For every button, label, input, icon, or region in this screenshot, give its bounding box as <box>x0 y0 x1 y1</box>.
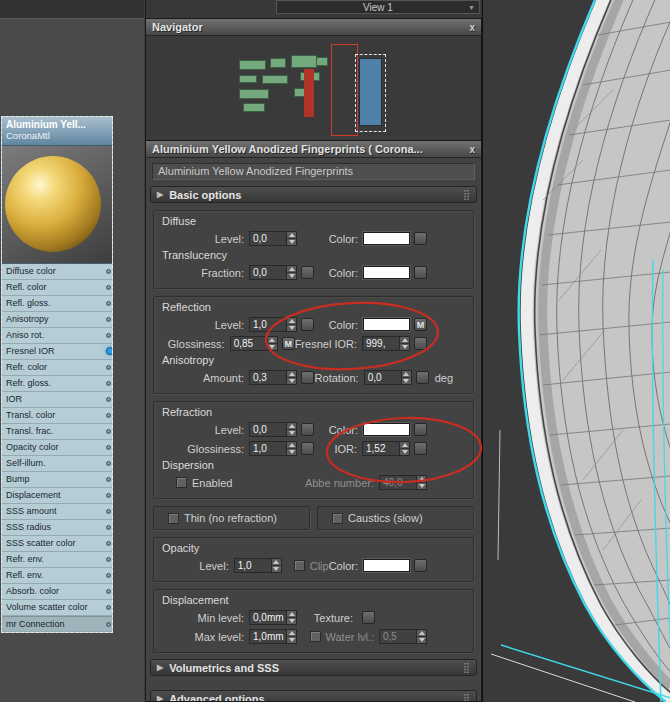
spinner-value[interactable]: 0,0 <box>364 370 401 385</box>
displacement-texture-map-button[interactable] <box>362 611 375 624</box>
slot-socket-icon[interactable] <box>106 509 111 514</box>
water-level-spinner[interactable]: 0,5 <box>379 629 427 644</box>
spinner-value[interactable]: 1,0 <box>234 558 271 573</box>
slot-socket-icon[interactable] <box>106 573 111 578</box>
navigator-titlebar[interactable]: Navigator x <box>146 19 481 36</box>
slot-row[interactable]: Opacity color <box>2 440 112 456</box>
clip-checkbox[interactable] <box>294 560 305 571</box>
slot-socket-icon[interactable] <box>106 541 111 546</box>
navigator-node-selected[interactable] <box>359 58 382 126</box>
slot-row-mr-connection[interactable]: mr Connection <box>2 616 112 632</box>
spinner-arrows-icon[interactable] <box>286 265 297 280</box>
slot-row[interactable]: Displacement <box>2 488 112 504</box>
slot-row[interactable]: Bump <box>2 472 112 488</box>
refraction-color-map-button[interactable] <box>414 423 427 436</box>
slot-row[interactable]: Volume scatter color <box>2 600 112 616</box>
translucency-color-map-button[interactable] <box>414 266 427 279</box>
spinner-value[interactable]: 40,0 <box>379 475 416 490</box>
spinner-arrows-icon[interactable] <box>271 558 282 573</box>
rollout-volumetrics[interactable]: ▶ Volumetrics and SSS ⣿ <box>150 659 477 676</box>
slot-row[interactable]: Refr. gloss. <box>2 376 112 392</box>
navigator-node[interactable] <box>239 60 266 70</box>
fresnel-ior-spinner[interactable]: 999, <box>362 336 410 351</box>
translucency-fraction-spinner[interactable]: 0,0 <box>249 265 297 280</box>
slot-row[interactable]: Absorb. color <box>2 584 112 600</box>
reflection-glossiness-map-button[interactable]: M <box>282 337 295 350</box>
slot-socket-icon[interactable] <box>106 461 111 466</box>
slot-socket-icon[interactable] <box>106 397 111 402</box>
slot-socket-icon[interactable] <box>106 285 111 290</box>
material-name-field[interactable]: Aluminium Yellow Anodized Fingerprints <box>152 163 475 180</box>
spinner-value[interactable]: 999, <box>362 336 399 351</box>
rollout-basic-options[interactable]: ▶ Basic options ⣿ <box>150 186 477 203</box>
slot-row[interactable]: Refr. env. <box>2 552 112 568</box>
slot-row[interactable]: Anisotropy <box>2 312 112 328</box>
slot-row[interactable]: Diffuse color <box>2 264 112 280</box>
translucency-color-swatch[interactable] <box>363 266 410 279</box>
translucency-fraction-map-button[interactable] <box>301 266 314 279</box>
displacement-max-spinner[interactable]: 1,0mm <box>249 629 297 644</box>
slot-socket-icon[interactable] <box>106 269 111 274</box>
spinner-value[interactable]: 1,0mm <box>249 629 286 644</box>
spinner-value[interactable]: 1,0 <box>249 441 286 456</box>
reflection-color-swatch[interactable] <box>363 318 410 331</box>
close-icon[interactable]: x <box>463 22 475 33</box>
slot-socket-icon[interactable] <box>106 445 111 450</box>
slot-row[interactable]: Refl. gloss. <box>2 296 112 312</box>
spinner-value[interactable]: 1,52 <box>362 441 399 456</box>
water-level-checkbox[interactable] <box>310 631 321 642</box>
navigator-view-rect[interactable] <box>331 44 358 136</box>
opacity-color-map-button[interactable] <box>414 559 427 572</box>
spinner-value[interactable]: 0,0 <box>249 422 286 437</box>
slot-socket-icon[interactable] <box>106 347 112 355</box>
material-panel-titlebar[interactable]: Aluminium Yellow Anodized Fingerprints (… <box>146 141 481 158</box>
spinner-arrows-icon[interactable] <box>399 336 410 351</box>
spinner-arrows-icon[interactable] <box>416 629 427 644</box>
slot-row[interactable]: SSS radius <box>2 520 112 536</box>
spinner-arrows-icon[interactable] <box>286 441 297 456</box>
slot-socket-icon[interactable] <box>106 365 111 370</box>
refraction-ior-map-button[interactable] <box>414 442 427 455</box>
thin-checkbox[interactable] <box>168 513 179 524</box>
slot-socket-icon[interactable] <box>106 333 111 338</box>
slate-editor-background[interactable]: Aluminium Yell... CoronaMtl Diffuse colo… <box>0 0 144 702</box>
refraction-ior-spinner[interactable]: 1,52 <box>362 441 410 456</box>
refraction-glossiness-spinner[interactable]: 1,0 <box>249 441 297 456</box>
material-node-header[interactable]: Aluminium Yell... CoronaMtl <box>2 117 112 146</box>
spinner-arrows-icon[interactable] <box>286 610 297 625</box>
reflection-glossiness-spinner[interactable]: 0,85 <box>230 336 278 351</box>
aniso-amount-map-button[interactable] <box>301 371 314 384</box>
navigator-node[interactable] <box>270 58 286 68</box>
slot-socket-icon[interactable] <box>106 477 111 482</box>
slot-socket-icon[interactable] <box>106 317 111 322</box>
spinner-arrows-icon[interactable] <box>286 370 297 385</box>
spinner-value[interactable]: 0,85 <box>230 336 267 351</box>
slot-row[interactable]: Self-illum. <box>2 456 112 472</box>
refraction-level-spinner[interactable]: 0,0 <box>249 422 297 437</box>
slot-row[interactable]: Refl. env. <box>2 568 112 584</box>
slot-row[interactable]: Transl. color <box>2 408 112 424</box>
fresnel-ior-map-button[interactable] <box>414 337 427 350</box>
refraction-glossiness-map-button[interactable] <box>301 442 314 455</box>
spinner-arrows-icon[interactable] <box>399 441 410 456</box>
close-icon[interactable]: x <box>463 144 475 155</box>
slot-socket-icon[interactable] <box>106 381 111 386</box>
aniso-amount-spinner[interactable]: 0,3 <box>249 370 297 385</box>
spinner-value[interactable]: 0,0 <box>249 265 286 280</box>
spinner-arrows-icon[interactable] <box>286 317 297 332</box>
reflection-level-map-button[interactable] <box>301 318 314 331</box>
spinner-arrows-icon[interactable] <box>267 336 278 351</box>
slot-socket-icon[interactable] <box>106 589 111 594</box>
opacity-color-swatch[interactable] <box>363 559 410 572</box>
slot-row[interactable]: SSS amount <box>2 504 112 520</box>
slot-row[interactable]: Fresnel IOR <box>2 344 112 360</box>
navigator-node[interactable] <box>304 69 314 117</box>
spinner-arrows-icon[interactable] <box>286 629 297 644</box>
slot-socket-icon[interactable] <box>106 557 111 562</box>
reflection-level-spinner[interactable]: 1,0 <box>249 317 297 332</box>
spinner-arrows-icon[interactable] <box>401 370 412 385</box>
spinner-arrows-icon[interactable] <box>416 475 427 490</box>
slot-socket-icon[interactable] <box>106 429 111 434</box>
dispersion-enabled-checkbox[interactable] <box>176 477 187 488</box>
diffuse-color-swatch[interactable] <box>363 232 410 245</box>
